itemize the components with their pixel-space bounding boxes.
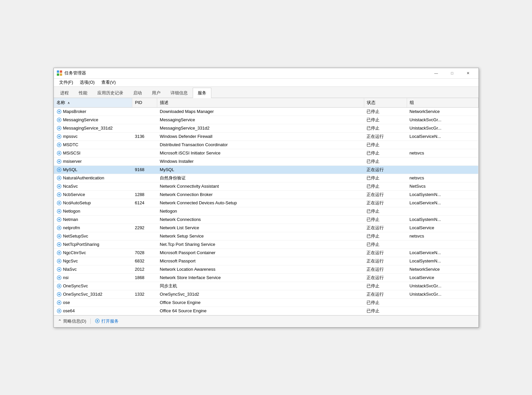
cell-status: 已停止 (364, 116, 407, 124)
menu-file[interactable]: 文件(F) (56, 79, 76, 86)
cell-pid (132, 307, 157, 315)
tab-details[interactable]: 详细信息 (165, 88, 193, 98)
cell-name: Netlogon (54, 207, 132, 215)
cell-status: 已停止 (364, 124, 407, 132)
cell-name: NaturalAuthentication (54, 174, 132, 182)
close-button[interactable]: ✕ (461, 68, 476, 78)
svg-point-19 (58, 169, 60, 170)
table-row[interactable]: NetlogonNetlogon已停止 (54, 207, 479, 215)
cell-group: LocalService (407, 273, 478, 282)
table-row[interactable]: NetmanNetwork Connections已停止LocalSystemN… (54, 215, 479, 224)
cell-status: 已停止 (364, 232, 407, 240)
cell-pid (132, 174, 157, 182)
col-header-group[interactable]: 组 (407, 98, 478, 108)
cell-pid: 6124 (132, 199, 157, 207)
cell-name: NgcSvc (54, 257, 132, 265)
cell-name: MSDTC (54, 141, 132, 149)
svg-point-13 (58, 144, 60, 146)
table-row[interactable]: nsi1868Network Store Interface Service正在… (54, 273, 479, 282)
col-header-status[interactable]: 状态 (364, 98, 407, 108)
maximize-button[interactable]: □ (445, 68, 460, 78)
cell-name: Netman (54, 215, 132, 224)
service-icon (56, 126, 62, 131)
open-services-button[interactable]: 打开服务 (95, 318, 119, 325)
table-row[interactable]: NlaSvc2012Network Location Awareness正在运行… (54, 265, 479, 273)
table-row[interactable]: NcaSvcNetwork Connectivity Assistant已停止N… (54, 182, 479, 190)
cell-name: MessagingService (54, 116, 132, 124)
table-row[interactable]: oseOffice Source Engine已停止 (54, 298, 479, 307)
table-row[interactable]: MapsBrokerDownloaded Maps Manager已停止Netw… (54, 107, 479, 116)
footer-separator (90, 319, 91, 324)
tab-startup[interactable]: 启动 (128, 88, 147, 98)
cell-name: NcdAutoSetup (54, 199, 132, 207)
table-row[interactable]: NcbService1288Network Connection Broker正… (54, 190, 479, 199)
cell-status: 已停止 (364, 240, 407, 248)
cell-pid (132, 157, 157, 165)
table-row[interactable]: MessagingService_331d2MessagingService_3… (54, 124, 479, 132)
table-row[interactable]: MessagingServiceMessagingService已停止Unist… (54, 116, 479, 124)
cell-name: ose64 (54, 307, 132, 315)
service-icon (56, 275, 62, 280)
minimize-button[interactable]: — (429, 68, 444, 78)
table-row[interactable]: NcdAutoSetup6124Network Connected Device… (54, 199, 479, 207)
menu-options[interactable]: 选项(O) (77, 79, 97, 86)
tab-performance[interactable]: 性能 (74, 88, 92, 98)
table-row[interactable]: msiserverWindows Installer已停止 (54, 157, 479, 165)
cell-pid: 9168 (132, 165, 157, 174)
svg-point-31 (58, 219, 60, 220)
table-row[interactable]: OneSyncSvc同步主机已停止UnistackSvcGr... (54, 282, 479, 290)
svg-point-17 (58, 160, 60, 162)
col-header-name[interactable]: 名称 ∧ (54, 98, 132, 108)
cell-desc: Network Connection Broker (157, 190, 364, 199)
sort-arrow-name: ∧ (67, 101, 70, 105)
cell-name: MessagingService_331d2 (54, 124, 132, 132)
cell-status: 正在运行 (364, 165, 407, 174)
table-row[interactable]: NaturalAuthentication自然身份验证已停止netsvcs (54, 174, 479, 182)
cell-group: netsvcs (407, 174, 478, 182)
cell-pid (132, 282, 157, 290)
cell-group: netsvcs (407, 149, 478, 157)
tab-processes[interactable]: 进程 (55, 88, 74, 98)
cell-name: MySQL (54, 165, 132, 174)
app-icon (56, 70, 62, 76)
tab-services[interactable]: 服务 (193, 88, 211, 98)
table-row[interactable]: OneSyncSvc_331d21332OneSyncSvc_331d2正在运行… (54, 290, 479, 298)
table-row[interactable]: NetTcpPortSharingNet.Tcp Port Sharing Se… (54, 240, 479, 248)
table-row[interactable]: netprofm2292Network List Service正在运行Loca… (54, 224, 479, 232)
cell-group (407, 157, 478, 165)
table-row[interactable]: MSDTCDistributed Transaction Coordinator… (54, 141, 479, 149)
cell-status: 已停止 (364, 298, 407, 307)
cell-group: NetSvcs (407, 182, 478, 190)
footer: ⌃ 简略信息(D) 打开服务 (54, 315, 479, 327)
service-icon (56, 250, 62, 255)
cell-group: LocalServiceN... (407, 132, 478, 141)
cell-group (407, 207, 478, 215)
table-row[interactable]: NgcCtnrSvc7028Microsoft Passport Contain… (54, 248, 479, 257)
services-table-container[interactable]: 名称 ∧ PID 描述 状态 组 (54, 98, 479, 315)
cell-status: 已停止 (364, 207, 407, 215)
service-icon (56, 117, 62, 123)
cell-pid: 3136 (132, 132, 157, 141)
table-row[interactable]: ose64Office 64 Source Engine已停止 (54, 307, 479, 315)
table-row[interactable]: mpssvc3136Windows Defender Firewall正在运行L… (54, 132, 479, 141)
table-row[interactable]: MySQL9168MySQL正在运行 (54, 165, 479, 174)
table-header-row: 名称 ∧ PID 描述 状态 组 (54, 98, 479, 108)
tab-apphistory[interactable]: 应用历史记录 (92, 88, 128, 98)
col-header-desc[interactable]: 描述 (157, 98, 364, 108)
table-row[interactable]: NgcSvc6832Microsoft Passport正在运行LocalSys… (54, 257, 479, 265)
cell-group: UnistackSvcGr... (407, 116, 478, 124)
table-row[interactable]: NetSetupSvcNetwork Setup Service已停止netsv… (54, 232, 479, 240)
menu-view[interactable]: 查看(V) (99, 79, 118, 86)
cell-desc: Microsoft iSCSI Initiator Service (157, 149, 364, 157)
col-header-pid[interactable]: PID (132, 98, 157, 108)
cell-status: 已停止 (364, 282, 407, 290)
tab-users[interactable]: 用户 (147, 88, 165, 98)
cell-pid (132, 141, 157, 149)
cell-desc: MessagingService (157, 116, 364, 124)
table-row[interactable]: MSiSCSIMicrosoft iSCSI Initiator Service… (54, 149, 479, 157)
summary-button[interactable]: ⌃ 简略信息(D) (58, 318, 86, 324)
cell-pid: 1288 (132, 190, 157, 199)
svg-point-49 (58, 293, 60, 295)
cell-group: NetworkService (407, 107, 478, 116)
cell-name: NlaSvc (54, 265, 132, 273)
